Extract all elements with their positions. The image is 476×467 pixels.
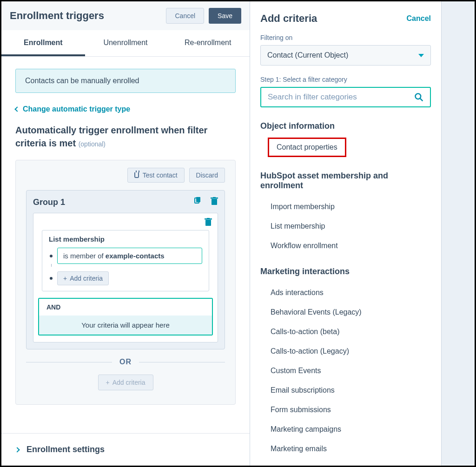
test-contact-button[interactable]: Test contact [127,168,185,183]
group-1: Group 1 [26,190,225,349]
criteria-container: Test contact Discard Group 1 [15,160,236,405]
change-trigger-link[interactable]: Change automatic trigger type [15,105,236,113]
and-box: AND Your criteria will appear here [38,298,213,335]
optional-label: (optional) [79,140,106,148]
item-behavioral-events[interactable]: Behavioral Events (Legacy) [260,303,427,322]
filter-categories[interactable]: Object information Contact properties Hu… [260,112,431,466]
heading-marketing-interactions: Marketing interactions [260,267,427,276]
item-import-membership[interactable]: Import membership [260,197,427,217]
header-buttons: Cancel Save [166,8,241,24]
tab-reenrollment[interactable]: Re-enrollment [166,30,250,56]
item-custom-events[interactable]: Custom Events [260,361,427,381]
plus-icon: + [63,275,67,282]
item-contact-properties[interactable]: Contact properties [268,138,346,157]
filter-object-select[interactable]: Contact (Current Object) [260,45,431,66]
add-criteria-button-inner[interactable]: + Add criteria [57,271,109,285]
info-banner: Contacts can be manually enrolled [15,69,236,93]
right-header: Add criteria Cancel [260,13,431,25]
member-chip[interactable]: is member of example-contacts [57,248,202,264]
item-email-subscriptions[interactable]: Email subscriptions [260,381,427,400]
step1-label: Step 1: Select a filter category [260,76,431,83]
heading-object-info: Object information [260,121,427,131]
item-workflow-enrollment[interactable]: Workflow enrollment [260,236,427,256]
app-frame: Enrollment triggers Cancel Save Enrollme… [0,0,476,467]
item-form-submissions[interactable]: Form submissions [260,400,427,420]
svg-rect-2 [212,199,217,205]
group-title: Group 1 [33,197,65,207]
item-marketing-campaigns[interactable]: Marketing campaigns [260,420,427,439]
chevron-left-icon [14,106,20,112]
or-line-left [26,362,112,362]
trash-icon-inner[interactable] [205,218,212,228]
tabs: Enrollment Unenrollment Re-enrollment [1,30,250,57]
or-text: OR [119,358,132,366]
filter-object-value: Contact (Current Object) [267,51,348,59]
enrollment-settings-row[interactable]: Enrollment settings [1,433,250,466]
add-criteria-title: Add criteria [260,13,317,25]
bullet-icon [50,255,53,257]
item-cta-legacy[interactable]: Calls-to-action (Legacy) [260,342,427,361]
left-panel: Enrollment triggers Cancel Save Enrollme… [1,1,250,466]
chevron-right-icon [14,447,20,452]
bullet-icon-2 [50,277,53,280]
copy-icon[interactable] [194,197,201,207]
right-gutter [441,1,475,466]
cancel-button[interactable]: Cancel [166,8,204,24]
trash-icon[interactable] [211,197,218,207]
filter-box: List membership is member of example-con… [33,213,218,342]
add-criteria-label-bottom: Add criteria [112,379,145,386]
and-label: AND [39,299,212,316]
discard-button[interactable]: Discard [189,168,225,183]
or-divider: OR [26,358,225,366]
plus-icon-bottom: + [106,379,110,386]
svg-point-8 [416,94,421,99]
criteria-actions: Test contact Discard [26,168,225,183]
caret-down-icon [418,54,424,57]
section-asset-membership: HubSpot asset membership and enrollment … [260,171,427,256]
page-title: Enrollment triggers [10,10,104,22]
svg-rect-7 [207,218,210,219]
change-trigger-label: Change automatic trigger type [23,105,130,113]
add-criteria-bottom: + Add criteria [26,375,225,390]
svg-rect-1 [196,197,200,202]
auto-trigger-heading: Automatically trigger enrollment when fi… [15,124,236,150]
item-ads-interactions[interactable]: Ads interactions [260,283,427,303]
example-contacts-text: example-contacts [106,252,165,260]
save-button[interactable]: Save [209,8,241,24]
test-contact-label: Test contact [143,171,178,179]
and-body: Your criteria will appear here [39,316,212,335]
group-icons [194,197,218,207]
right-panel: Add criteria Cancel Filtering on Contact… [250,1,441,466]
search-box[interactable] [260,87,431,107]
section-object-info: Object information Contact properties [260,121,427,160]
search-icon [414,92,423,102]
filtering-on-label: Filtering on [260,34,431,41]
bullet-connector [51,264,52,267]
item-cta-beta[interactable]: Calls-to-action (beta) [260,322,427,342]
left-header: Enrollment triggers Cancel Save [1,1,250,30]
svg-rect-4 [213,197,216,198]
svg-line-9 [420,99,423,101]
item-list-membership[interactable]: List membership [260,217,427,236]
membership-box: List membership is member of example-con… [42,230,209,291]
heading-asset-membership: HubSpot asset membership and enrollment [260,171,427,191]
search-input[interactable] [268,92,414,102]
is-member-text: is member of [63,252,106,260]
left-body: Contacts can be manually enrolled Change… [1,57,250,419]
group-head: Group 1 [33,197,218,207]
item-marketing-emails[interactable]: Marketing emails [260,439,427,459]
enrollment-settings-label: Enrollment settings [26,445,105,454]
auto-trigger-text: Automatically trigger enrollment when fi… [15,125,207,148]
svg-rect-5 [205,220,211,226]
or-line-right [139,362,225,362]
list-membership-title: List membership [49,235,202,243]
add-criteria-button-bottom[interactable]: + Add criteria [98,375,153,390]
add-criteria-row: + Add criteria [50,271,202,285]
tab-enrollment[interactable]: Enrollment [1,30,85,56]
section-marketing-interactions: Marketing interactions Ads interactions … [260,267,427,459]
member-row: is member of example-contacts [50,248,202,264]
tab-unenrollment[interactable]: Unenrollment [85,30,166,56]
flask-icon [134,172,139,178]
add-criteria-label-inner: Add criteria [70,275,103,282]
cancel-link[interactable]: Cancel [407,14,431,23]
